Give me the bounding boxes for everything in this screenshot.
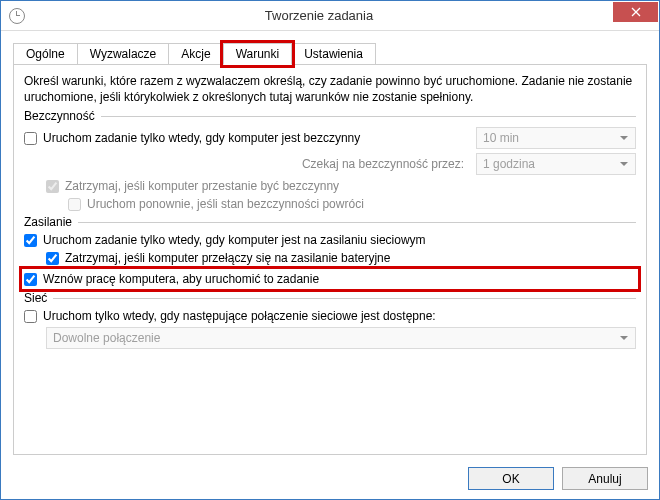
label-wait-for-idle: Czekaj na bezczynność przez: (24, 157, 476, 171)
tab-conditions[interactable]: Warunki (223, 43, 293, 65)
checkbox-run-only-ac[interactable] (24, 234, 37, 247)
section-idle: Bezczynność (24, 109, 636, 123)
tab-settings[interactable]: Ustawienia (291, 43, 376, 64)
checkbox-wake-to-run[interactable] (24, 273, 37, 286)
label-wake-to-run: Wznów pracę komputera, aby uruchomić to … (43, 272, 636, 286)
panel-description: Określ warunki, które razem z wyzwalacze… (24, 73, 636, 105)
checkbox-stop-on-battery[interactable] (46, 252, 59, 265)
select-idle-duration[interactable]: 10 min (476, 127, 636, 149)
checkbox-run-only-network[interactable] (24, 310, 37, 323)
label-restart-if-idle: Uruchom ponownie, jeśli stan bezczynnośc… (87, 197, 636, 211)
window-title: Tworzenie zadania (25, 8, 613, 23)
close-icon (631, 7, 641, 17)
section-power: Zasilanie (24, 215, 636, 229)
tabbar: Ogólne Wyzwalacze Akcje Warunki Ustawien… (13, 43, 647, 65)
section-power-label: Zasilanie (24, 215, 72, 229)
scheduler-icon (9, 8, 25, 24)
label-stop-if-not-idle: Zatrzymaj, jeśli komputer przestanie być… (65, 179, 636, 193)
close-button[interactable] (613, 2, 658, 22)
tab-general[interactable]: Ogólne (13, 43, 78, 64)
dialog-footer: OK Anuluj (0, 457, 660, 500)
label-run-only-idle: Uruchom zadanie tylko wtedy, gdy kompute… (43, 131, 476, 145)
checkbox-run-only-idle[interactable] (24, 132, 37, 145)
ok-button[interactable]: OK (468, 467, 554, 490)
select-network-connection[interactable]: Dowolne połączenie (46, 327, 636, 349)
titlebar: Tworzenie zadania (1, 1, 659, 31)
section-network-label: Sieć (24, 291, 47, 305)
cancel-button[interactable]: Anuluj (562, 467, 648, 490)
label-run-only-ac: Uruchom zadanie tylko wtedy, gdy kompute… (43, 233, 636, 247)
tab-triggers[interactable]: Wyzwalacze (77, 43, 170, 64)
section-idle-label: Bezczynność (24, 109, 95, 123)
label-stop-on-battery: Zatrzymaj, jeśli komputer przełączy się … (65, 251, 636, 265)
tab-actions[interactable]: Akcje (168, 43, 223, 64)
checkbox-stop-if-not-idle[interactable] (46, 180, 59, 193)
label-run-only-network: Uruchom tylko wtedy, gdy następujące poł… (43, 309, 636, 323)
conditions-panel: Określ warunki, które razem z wyzwalacze… (13, 65, 647, 455)
checkbox-restart-if-idle[interactable] (68, 198, 81, 211)
section-network: Sieć (24, 291, 636, 305)
select-wait-for-idle[interactable]: 1 godzina (476, 153, 636, 175)
